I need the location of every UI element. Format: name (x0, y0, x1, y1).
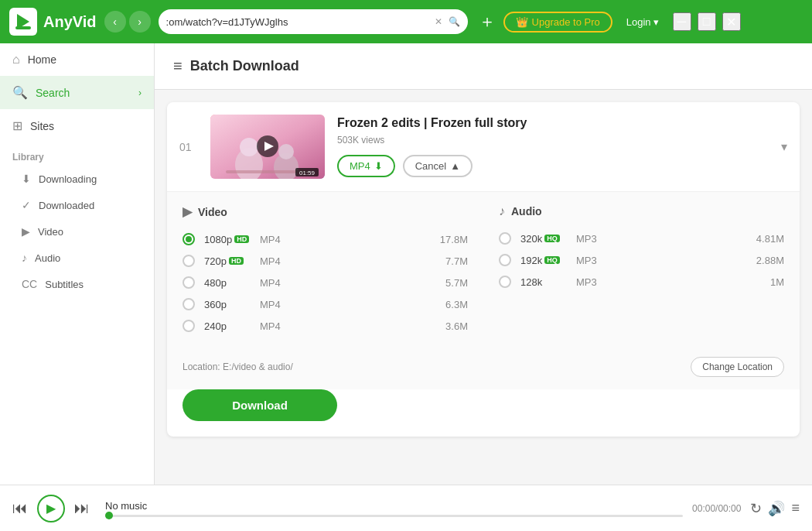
chevron-down-icon: ▾ (653, 16, 659, 28)
video-number: 01 (179, 141, 198, 153)
batch-icon: ≡ (173, 57, 183, 75)
player-play-button[interactable]: ▶ (37, 495, 65, 522)
cancel-button[interactable]: Cancel ▲ (403, 155, 473, 177)
sites-icon: ⊞ (12, 118, 22, 133)
format-row-128k: 128k MP3 1M (499, 271, 784, 293)
radio-192k[interactable] (499, 254, 511, 266)
sidebar-item-video[interactable]: ▶ Video (0, 218, 154, 245)
sidebar-item-search[interactable]: 🔍 Search › (0, 76, 154, 109)
video-col-icon: ▶ (183, 204, 192, 219)
video-title: Frozen 2 edits | Frozen full story (337, 116, 769, 130)
sidebar-item-audio[interactable]: ♪ Audio (0, 245, 154, 271)
hd-badge-720p: HD (229, 257, 244, 265)
nav-buttons: ‹ › (104, 11, 151, 33)
url-close-icon[interactable]: ✕ (435, 16, 442, 27)
bottom-player: ⏮ ▶ ⏭ No music 00:00/00:00 ↻ 🔊 ≡ (0, 485, 812, 531)
app-logo-icon (9, 8, 37, 36)
batch-download-header: ≡ Batch Download (155, 43, 812, 90)
video-views: 503K views (337, 135, 769, 146)
audio-format-column: ♪ Audio 320k HQ MP3 4.81M (499, 204, 784, 337)
format-row-720p: 720p HD MP4 7.7M (183, 250, 468, 272)
maximize-button[interactable]: □ (698, 12, 716, 31)
player-queue-button[interactable]: ≡ (791, 500, 800, 516)
video-col-header: ▶ Video (183, 204, 468, 219)
radio-1080p[interactable] (183, 233, 195, 245)
sidebar: ⌂ Home 🔍 Search › ⊞ Sites Library ⬇ Down… (0, 43, 155, 485)
back-button[interactable]: ‹ (104, 11, 126, 33)
svg-text:01:59: 01:59 (299, 170, 316, 176)
format-row-192k: 192k HQ MP3 2.88M (499, 249, 784, 271)
player-progress-bar[interactable] (105, 515, 683, 517)
format-row-320k: 320k HQ MP3 4.81M (499, 228, 784, 249)
add-tab-button[interactable]: ＋ (479, 10, 496, 33)
sidebar-item-downloaded[interactable]: ✓ Downloaded (0, 192, 154, 218)
login-button[interactable]: Login ▾ (626, 16, 659, 28)
video-format-column: ▶ Video 1080p HD MP4 17.8M (183, 204, 468, 337)
sidebar-item-sites[interactable]: ⊞ Sites (0, 109, 154, 142)
player-track-info: No music (105, 500, 683, 517)
content-area: ≡ Batch Download 01 (155, 43, 812, 485)
chevron-up-icon: ▲ (450, 160, 460, 172)
audio-col-icon: ♪ (499, 204, 505, 218)
url-text: :om/watch?v=d1JTyWJglhs (166, 16, 428, 28)
player-time: 00:00/00:00 (692, 503, 741, 514)
video-header: 01 (167, 102, 800, 192)
player-track-name: No music (105, 500, 683, 512)
downloaded-icon: ✓ (22, 199, 31, 211)
format-grid: ▶ Video 1080p HD MP4 17.8M (167, 192, 800, 349)
radio-360p[interactable] (183, 298, 195, 310)
player-next-button[interactable]: ⏭ (74, 499, 90, 517)
upgrade-button[interactable]: 👑 Upgrade to Pro (503, 12, 612, 33)
close-button[interactable]: ✕ (722, 12, 741, 31)
video-icon: ▶ (22, 225, 30, 238)
radio-240p[interactable] (183, 320, 195, 332)
batch-title: Batch Download (190, 58, 299, 74)
video-actions: MP4 ⬇ Cancel ▲ (337, 155, 769, 177)
search-icon: 🔍 (12, 85, 28, 100)
download-button[interactable]: Download (183, 389, 337, 421)
downloading-icon: ⬇ (22, 173, 31, 185)
format-row-480p: 480p MP4 5.7M (183, 272, 468, 293)
svg-point-6 (278, 144, 294, 159)
video-card: 01 (167, 102, 800, 437)
change-location-button[interactable]: Change Location (691, 357, 784, 377)
forward-button[interactable]: › (129, 11, 151, 33)
audio-icon: ♪ (22, 252, 27, 264)
home-icon: ⌂ (12, 53, 20, 67)
sidebar-item-downloading[interactable]: ⬇ Downloading (0, 166, 154, 192)
crown-icon: 👑 (516, 16, 528, 28)
hq-badge-320k: HQ (544, 235, 560, 242)
location-text: Location: E:/video & audio/ (183, 361, 293, 372)
minimize-button[interactable]: ─ (673, 12, 691, 31)
format-mp4-button[interactable]: MP4 ⬇ (337, 155, 395, 177)
radio-480p[interactable] (183, 276, 195, 289)
format-columns: ▶ Video 1080p HD MP4 17.8M (183, 204, 784, 337)
format-row-240p: 240p MP4 3.6M (183, 315, 468, 337)
sidebar-item-subtitles[interactable]: CC Subtitles (0, 271, 154, 297)
format-row-1080p: 1080p HD MP4 17.8M (183, 228, 468, 250)
svg-rect-1 (15, 26, 31, 29)
format-footer: Location: E:/video & audio/ Change Locat… (167, 349, 800, 389)
radio-720p[interactable] (183, 255, 195, 267)
sidebar-item-home[interactable]: ⌂ Home (0, 43, 154, 76)
window-controls: ─ □ ✕ (673, 12, 741, 31)
player-controls-right: ↻ 🔊 ≡ (750, 500, 800, 517)
radio-128k[interactable] (499, 276, 511, 288)
expand-icon[interactable]: ▾ (781, 139, 787, 154)
video-thumbnail: 01:59 (210, 115, 325, 179)
app-logo: AnyVid (9, 8, 97, 36)
format-row-360p: 360p MP4 6.3M (183, 293, 468, 315)
title-bar: AnyVid ‹ › :om/watch?v=d1JTyWJglhs ✕ 🔍 ＋… (0, 0, 812, 43)
url-bar[interactable]: :om/watch?v=d1JTyWJglhs ✕ 🔍 (159, 9, 468, 34)
main-layout: ⌂ Home 🔍 Search › ⊞ Sites Library ⬇ Down… (0, 43, 812, 485)
player-volume-button[interactable]: 🔊 (768, 500, 785, 517)
player-repeat-button[interactable]: ↻ (750, 500, 762, 517)
video-info: Frozen 2 edits | Frozen full story 503K … (337, 116, 769, 177)
player-progress-dot (105, 512, 113, 519)
url-search-icon[interactable]: 🔍 (449, 16, 460, 27)
svg-point-4 (240, 138, 258, 156)
download-arrow-icon: ⬇ (374, 160, 383, 172)
radio-320k[interactable] (499, 232, 511, 245)
library-label: Library (0, 142, 154, 166)
player-prev-button[interactable]: ⏮ (12, 499, 28, 517)
